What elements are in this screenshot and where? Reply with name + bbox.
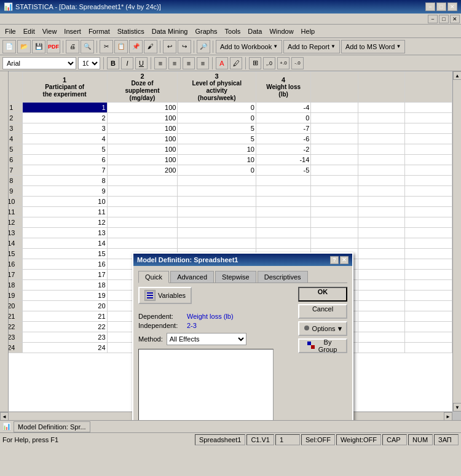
find-btn[interactable]: 🔎 [197, 40, 210, 53]
menu-edit[interactable]: Edit [20, 26, 39, 36]
by-group-button[interactable]: By Group [298, 338, 347, 353]
sep3 [160, 41, 160, 53]
modal-content: Variables Dependent: Weight loss (lb) In… [138, 287, 347, 420]
method-select[interactable]: All Effects Enter Stepwise Forward Backw… [167, 333, 246, 345]
svg-rect-8 [311, 345, 315, 349]
sep4 [194, 41, 194, 53]
inner-close[interactable]: ✕ [450, 15, 460, 23]
tab-advanced[interactable]: Advanced [170, 271, 214, 283]
align-center[interactable]: ≡ [168, 57, 181, 69]
tab-quick[interactable]: Quick [138, 271, 169, 283]
new-btn[interactable]: 📄 [2, 40, 16, 53]
border-btn[interactable]: ⊞ [249, 57, 261, 69]
sep5 [213, 41, 213, 53]
modal-title-bar: Model Definition: Spreadsheet1 ? ✕ [133, 254, 352, 266]
variables-btn-label: Variables [158, 292, 186, 299]
sep1 [63, 41, 63, 53]
method-row: Method: All Effects Enter Stepwise Forwa… [138, 333, 293, 345]
ok-button[interactable]: OK [298, 287, 347, 302]
status-zap: ЗАП [434, 434, 459, 445]
menu-tools[interactable]: Tools [221, 26, 245, 36]
format-painter[interactable]: 🖌 [144, 40, 157, 53]
menu-data-mining[interactable]: Data Mining [148, 26, 192, 36]
title-bar: 📊 STATISTICA - [Data: Spreadsheet1* (4v … [0, 0, 461, 14]
variables-icon [144, 290, 156, 301]
dependent-row: Dependent: Weight loss (lb) [138, 313, 293, 320]
tab-stepwise[interactable]: Stepwise [215, 271, 256, 283]
undo-btn[interactable]: ↩ [163, 40, 176, 53]
print-btn[interactable]: 🖨 [66, 40, 79, 53]
increase-decimal[interactable]: +.0 [277, 57, 290, 69]
modal-body: Quick Advanced Stepwise Descriptives [133, 266, 352, 420]
inner-restore[interactable]: □ [439, 15, 449, 23]
by-group-icon [307, 341, 315, 351]
taskbar: 📊 Model Definition: Spr... [0, 420, 461, 432]
status-cap: CAP [382, 434, 407, 445]
italic-btn[interactable]: I [121, 57, 133, 69]
menu-graphs[interactable]: Graphs [191, 26, 221, 36]
toolbar: 📄 📂 💾 PDF 🖨 🔍 ✂ 📋 📌 🖌 ↩ ↪ 🔎 Add to Workb… [0, 38, 461, 55]
highlight-color[interactable]: 🖊 [230, 57, 242, 69]
cancel-button[interactable]: Cancel [298, 304, 347, 319]
variables-button[interactable]: Variables [138, 287, 192, 304]
cut-btn[interactable]: ✂ [100, 40, 113, 53]
svg-rect-2 [147, 295, 153, 296]
font-size-select[interactable]: 10 [78, 57, 100, 69]
menu-format[interactable]: Format [85, 26, 114, 36]
underline-btn[interactable]: U [135, 57, 148, 69]
open-btn[interactable]: 📂 [17, 40, 31, 53]
model-definition-dialog: Model Definition: Spreadsheet1 ? ✕ Quick… [132, 252, 353, 420]
modal-title-text: Model Definition: Spreadsheet1 [137, 256, 238, 263]
align-justify[interactable]: ≡ [197, 57, 209, 69]
restore-button[interactable]: □ [436, 2, 446, 11]
add-workbook-btn[interactable]: Add to Workbook ▼ [216, 40, 282, 53]
sep8 [212, 57, 213, 69]
menu-help[interactable]: Help [297, 26, 319, 36]
tab-descriptives[interactable]: Descriptives [258, 271, 308, 283]
independent-value: 2-3 [187, 322, 197, 329]
modal-left-panel: Variables Dependent: Weight loss (lb) In… [138, 287, 293, 420]
menu-bar: File Edit View Insert Format Statistics … [0, 25, 461, 38]
align-left[interactable]: ≡ [154, 57, 167, 69]
svg-point-5 [304, 326, 309, 330]
pdf-btn[interactable]: PDF [47, 40, 60, 53]
close-button[interactable]: ✕ [447, 2, 457, 11]
status-weight: Weight:OFF [336, 434, 381, 445]
tab-bar: Quick Advanced Stepwise Descriptives [138, 271, 347, 283]
font-select[interactable]: Arial [2, 57, 76, 69]
minimize-button[interactable]: − [425, 2, 435, 11]
bold-btn[interactable]: B [107, 57, 119, 69]
method-label: Method: [138, 335, 163, 343]
sep2 [97, 41, 97, 53]
status-numlock: NUM [408, 434, 433, 445]
add-ms-word-arrow: ▼ [396, 44, 401, 49]
paste-btn[interactable]: 📌 [129, 40, 143, 53]
decrease-decimal[interactable]: -.0 [291, 57, 304, 69]
inner-controls: − □ ✕ [428, 15, 460, 23]
menu-data[interactable]: Data [244, 26, 266, 36]
number-format[interactable]: ,.0 [263, 57, 275, 69]
menu-window[interactable]: Window [266, 26, 297, 36]
menu-file[interactable]: File [1, 26, 20, 36]
save-btn[interactable]: 💾 [32, 40, 45, 53]
inner-minimize[interactable]: − [428, 15, 438, 23]
options-button[interactable]: Options ▼ [298, 321, 347, 336]
copy-btn[interactable]: 📋 [114, 40, 128, 53]
add-report-btn[interactable]: Add to Report ▼ [283, 40, 340, 53]
taskbar-icon: 📊 [2, 423, 11, 431]
options-arrow: ▼ [337, 325, 344, 332]
modal-inner-area [138, 349, 274, 420]
modal-help-btn[interactable]: ? [330, 256, 339, 264]
add-ms-word-btn[interactable]: Add to MS Word ▼ [341, 40, 405, 53]
modal-close-btn[interactable]: ✕ [340, 256, 349, 264]
svg-rect-1 [147, 292, 153, 294]
preview-btn[interactable]: 🔍 [81, 40, 94, 53]
menu-statistics[interactable]: Statistics [114, 26, 148, 36]
align-right[interactable]: ≡ [183, 57, 195, 69]
menu-insert[interactable]: Insert [60, 26, 85, 36]
menu-view[interactable]: View [39, 26, 61, 36]
redo-btn[interactable]: ↪ [178, 40, 191, 53]
font-color[interactable]: A [216, 57, 228, 69]
independent-row: Independent: 2-3 [138, 322, 293, 329]
taskbar-model-def-btn[interactable]: Model Definition: Spr... [14, 421, 90, 432]
